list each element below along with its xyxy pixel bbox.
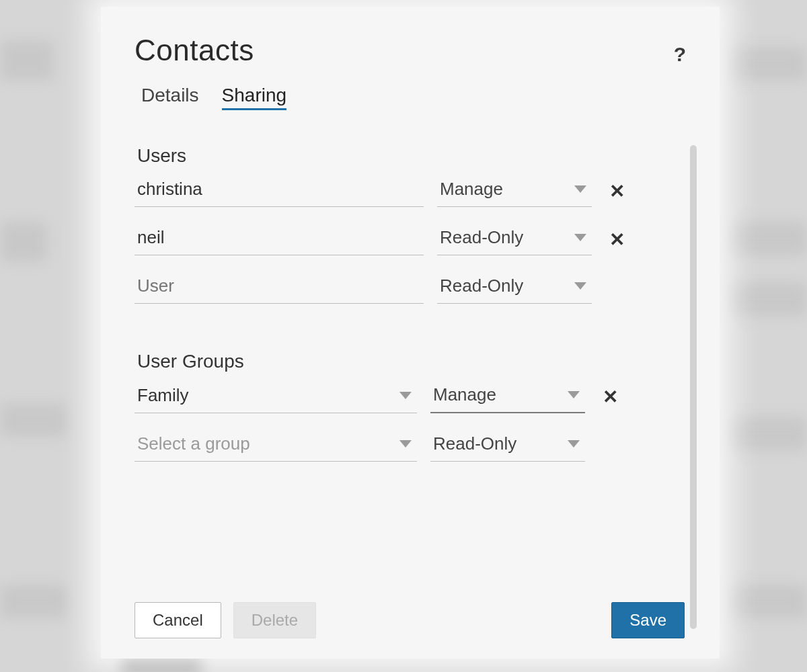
- permission-select[interactable]: Read-Only: [430, 429, 585, 462]
- permission-value: Read-Only: [440, 276, 523, 296]
- help-icon[interactable]: ?: [667, 40, 693, 69]
- permission-value: Manage: [433, 384, 496, 405]
- chevron-down-icon: [399, 392, 412, 399]
- user-row: Manage ✕: [134, 175, 672, 207]
- cancel-button[interactable]: Cancel: [134, 602, 221, 638]
- chevron-down-icon: [399, 440, 412, 448]
- group-select[interactable]: Family: [134, 381, 417, 413]
- group-placeholder: Select a group: [137, 433, 250, 454]
- permission-select[interactable]: Read-Only: [437, 271, 592, 304]
- groups-heading: User Groups: [137, 351, 672, 372]
- dialog-header: Contacts ?: [134, 27, 693, 81]
- user-name-input[interactable]: [134, 175, 424, 207]
- chevron-down-icon: [574, 185, 586, 193]
- chevron-down-icon: [574, 282, 586, 290]
- scrollbar[interactable]: [690, 145, 697, 629]
- permission-value: Read-Only: [433, 433, 516, 454]
- permission-select[interactable]: Manage: [430, 380, 585, 413]
- user-row: Read-Only ✕: [134, 223, 672, 255]
- dialog-title: Contacts: [134, 34, 254, 67]
- permission-select[interactable]: Read-Only: [437, 223, 592, 255]
- tab-details[interactable]: Details: [141, 85, 199, 110]
- chevron-down-icon: [568, 440, 580, 448]
- remove-icon[interactable]: ✕: [599, 386, 621, 408]
- dialog-body: Users Manage ✕ Read-Only ✕ Read-Only: [134, 145, 693, 595]
- contacts-dialog: Contacts ? Details Sharing Users Manage …: [101, 7, 720, 659]
- group-select-new[interactable]: Select a group: [134, 429, 417, 462]
- chevron-down-icon: [574, 234, 586, 241]
- users-heading: Users: [137, 145, 672, 167]
- delete-button: Delete: [233, 602, 316, 638]
- tabs: Details Sharing: [141, 85, 693, 110]
- save-button[interactable]: Save: [611, 602, 685, 638]
- user-name-input[interactable]: [134, 223, 424, 255]
- group-row-new: Select a group Read-Only: [134, 429, 672, 462]
- dialog-footer: Cancel Delete Save: [134, 602, 693, 638]
- group-value: Family: [137, 385, 189, 406]
- remove-icon[interactable]: ✕: [605, 228, 628, 251]
- group-row: Family Manage ✕: [134, 380, 672, 413]
- permission-select[interactable]: Manage: [437, 175, 592, 207]
- user-row-new: Read-Only: [134, 271, 672, 304]
- tab-sharing[interactable]: Sharing: [222, 85, 287, 110]
- permission-value: Manage: [440, 179, 503, 200]
- chevron-down-icon: [568, 391, 580, 398]
- remove-icon[interactable]: ✕: [605, 180, 628, 202]
- user-name-input-new[interactable]: [134, 271, 424, 304]
- permission-value: Read-Only: [440, 227, 523, 248]
